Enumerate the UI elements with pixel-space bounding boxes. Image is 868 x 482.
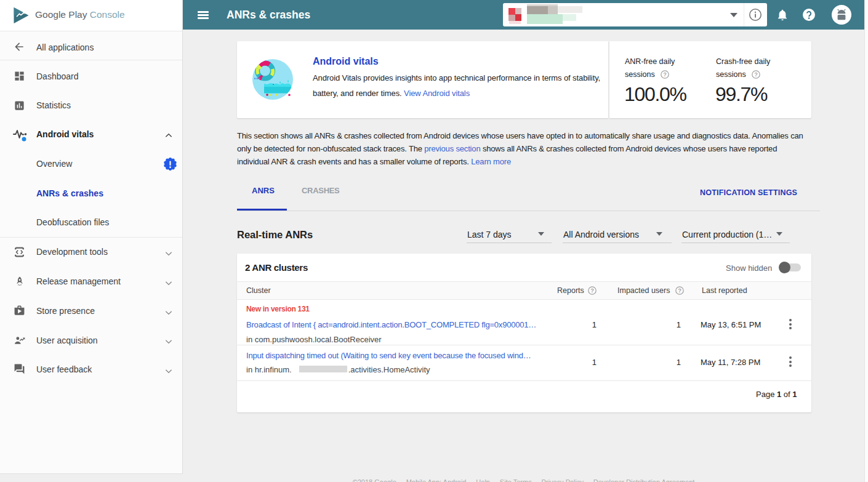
svg-text:?: ? [590,287,593,294]
svg-text:?: ? [663,71,666,78]
svg-text:?: ? [754,71,757,78]
svg-text:?: ? [678,287,681,294]
